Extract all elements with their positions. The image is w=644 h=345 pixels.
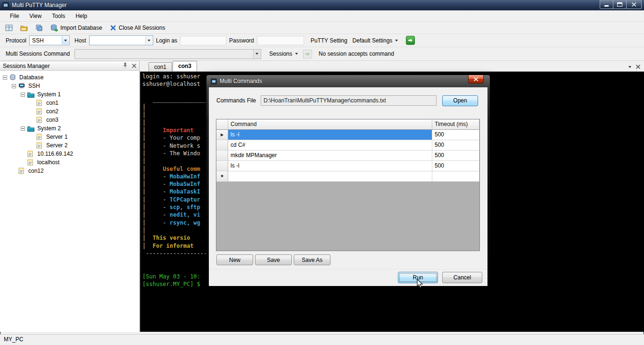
tree-item-label: System 2 xyxy=(37,125,61,132)
tree-item-server-2[interactable]: Server 2 xyxy=(0,141,139,150)
close-all-sessions-button[interactable]: Close All Sessions xyxy=(108,24,167,32)
host-combo[interactable] xyxy=(89,35,153,45)
cancel-button[interactable]: Cancel xyxy=(442,272,482,283)
current-row-indicator[interactable]: ▶ xyxy=(216,130,228,140)
timeout-cell[interactable]: 500 xyxy=(432,130,479,140)
tab-con3[interactable]: con3 xyxy=(173,61,197,71)
chevron-down-icon[interactable] xyxy=(145,36,152,44)
commands-file-label: Commands File xyxy=(216,97,256,104)
dialog-close-button[interactable] xyxy=(468,75,484,84)
timeout-cell[interactable] xyxy=(432,171,479,182)
row-header[interactable] xyxy=(216,161,228,171)
timeout-cell[interactable]: 500 xyxy=(432,140,479,151)
command-cell[interactable]: mkdir MPManager xyxy=(228,151,432,161)
menubar: FileViewToolsHelp xyxy=(0,10,644,22)
save-button[interactable]: Save xyxy=(255,254,292,265)
menu-item-help[interactable]: Help xyxy=(70,11,92,21)
grid-corner-header[interactable] xyxy=(216,119,228,130)
save-database-button[interactable] xyxy=(34,23,44,33)
tab-con1[interactable]: con1 xyxy=(149,62,172,71)
login-input[interactable] xyxy=(180,36,226,45)
password-input[interactable] xyxy=(257,36,304,45)
tree-item-con1[interactable]: con1 xyxy=(0,99,139,107)
tree-item-database[interactable]: Database xyxy=(0,73,139,82)
minimize-button[interactable] xyxy=(600,0,613,9)
grid-row[interactable]: * xyxy=(216,171,479,182)
menu-item-file[interactable]: File xyxy=(5,11,24,21)
dialog-titlebar[interactable]: Multi Commands xyxy=(206,75,490,87)
command-cell[interactable]: cd C# xyxy=(228,140,432,151)
grid-row[interactable]: ls -l500 xyxy=(216,161,479,171)
mouse-cursor xyxy=(417,279,423,290)
multi-sessions-command-combo[interactable] xyxy=(74,49,261,59)
tree-item-con3[interactable]: con3 xyxy=(0,116,139,124)
tree-item-label: 10.116.69.142 xyxy=(37,151,73,157)
chevron-down-icon[interactable] xyxy=(62,36,69,44)
timeout-cell[interactable]: 500 xyxy=(432,151,479,161)
window-controls xyxy=(600,0,642,9)
tree-item-con2[interactable]: con2 xyxy=(0,107,139,116)
tree-collapse-icon[interactable] xyxy=(12,84,16,88)
session-page-icon xyxy=(36,100,44,106)
open-button[interactable]: Open xyxy=(442,95,478,106)
multi-sessions-bar: Multi Sessions Command Sessions No sessi… xyxy=(0,47,644,61)
grid-row[interactable]: mkdir MPManager500 xyxy=(216,151,479,161)
session-status-text: No session accepts command xyxy=(319,50,394,57)
tree-collapse-icon[interactable] xyxy=(3,76,7,80)
tree-item-label: Server 2 xyxy=(46,142,67,149)
titlebar[interactable]: Multi PuTTY Manager xyxy=(0,0,644,10)
new-button[interactable]: New xyxy=(216,254,253,265)
protocol-combo[interactable]: SSH xyxy=(29,35,70,45)
pin-icon[interactable] xyxy=(123,62,128,69)
command-cell[interactable] xyxy=(228,171,432,182)
timeout-column-header[interactable]: Timeout (ms) xyxy=(432,119,479,130)
tab-close-icon[interactable] xyxy=(636,64,640,70)
tree-item-system-2[interactable]: System 2 xyxy=(0,124,139,133)
tree-item-label: Database xyxy=(19,74,43,81)
sessions-dropdown-button[interactable]: Sessions xyxy=(267,49,300,59)
close-icon xyxy=(474,77,478,81)
sessions-manager-title: Sessions Manager xyxy=(3,63,123,69)
import-database-icon xyxy=(50,24,58,32)
tree-collapse-icon[interactable] xyxy=(21,93,25,97)
putty-setting-combo[interactable]: Default Settings xyxy=(350,36,401,45)
close-icon xyxy=(632,2,636,7)
save-as-button[interactable]: Save As xyxy=(294,254,330,265)
row-header[interactable] xyxy=(216,151,228,161)
close-all-icon xyxy=(110,25,116,31)
open-database-button[interactable] xyxy=(19,23,29,33)
tree-item-label: con3 xyxy=(46,117,58,123)
command-cell[interactable]: ls -l xyxy=(228,130,432,140)
command-cell[interactable]: ls -l xyxy=(228,161,432,171)
chevron-down-icon[interactable] xyxy=(253,50,260,58)
new-row-indicator[interactable]: * xyxy=(216,171,228,182)
send-command-button[interactable] xyxy=(303,50,312,59)
grid-row[interactable]: cd C#500 xyxy=(216,140,479,151)
grid-row[interactable]: ▶ls -l500 xyxy=(216,130,479,140)
sessions-label: Sessions xyxy=(269,50,292,57)
row-header[interactable] xyxy=(216,140,228,151)
timeout-cell[interactable]: 500 xyxy=(432,161,479,171)
protocol-value: SSH xyxy=(32,37,44,44)
tree-item-system-1[interactable]: System 1 xyxy=(0,90,139,99)
tree-collapse-icon[interactable] xyxy=(21,126,25,131)
panel-close-icon[interactable] xyxy=(132,63,136,69)
sessions-grid-button[interactable] xyxy=(4,23,14,33)
close-button[interactable] xyxy=(626,0,642,9)
menu-item-tools[interactable]: Tools xyxy=(47,11,70,21)
tree-item-ssh[interactable]: SSH xyxy=(0,82,139,90)
multi-commands-dialog: Multi Commands Commands File Open Comman… xyxy=(206,75,490,289)
menu-item-view[interactable]: View xyxy=(24,11,47,21)
session-page-icon xyxy=(36,108,44,115)
tree-item-con12[interactable]: con12 xyxy=(0,167,139,175)
command-column-header[interactable]: Command xyxy=(228,119,432,130)
import-database-button[interactable]: Import Database xyxy=(49,23,104,33)
tree-item-server-1[interactable]: Server 1 xyxy=(0,133,139,141)
tab-list-dropdown-icon[interactable] xyxy=(628,66,631,68)
tree-item-localhost[interactable]: localhost xyxy=(0,158,139,167)
tree-item-10-116-69-142[interactable]: 10.116.69.142 xyxy=(0,150,139,158)
commands-file-input[interactable] xyxy=(261,95,437,106)
dialog-title: Multi Commands xyxy=(220,78,262,84)
connect-button[interactable] xyxy=(406,36,415,45)
maximize-button[interactable] xyxy=(613,0,627,9)
